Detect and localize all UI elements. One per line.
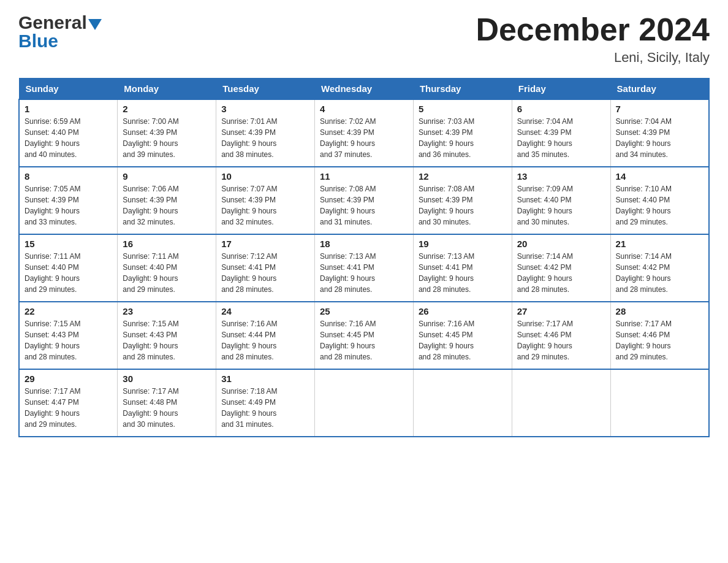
- day-cell: 28Sunrise: 7:17 AMSunset: 4:46 PMDayligh…: [610, 302, 709, 369]
- day-cell: 23Sunrise: 7:15 AMSunset: 4:43 PMDayligh…: [118, 302, 216, 369]
- day-cell: 13Sunrise: 7:09 AMSunset: 4:40 PMDayligh…: [512, 167, 610, 234]
- day-cell: 26Sunrise: 7:16 AMSunset: 4:45 PMDayligh…: [413, 302, 512, 369]
- day-info: Sunrise: 7:15 AMSunset: 4:43 PMDaylight:…: [25, 318, 112, 362]
- day-info: Sunrise: 7:10 AMSunset: 4:40 PMDaylight:…: [616, 183, 703, 228]
- day-number: 6: [517, 104, 605, 114]
- day-cell: [413, 369, 512, 437]
- day-number: 8: [25, 171, 112, 182]
- day-number: 1: [25, 104, 112, 114]
- day-info: Sunrise: 7:11 AMSunset: 4:40 PMDaylight:…: [25, 251, 112, 295]
- day-cell: 11Sunrise: 7:08 AMSunset: 4:39 PMDayligh…: [315, 167, 414, 234]
- day-number: 31: [221, 373, 309, 384]
- logo-triangle-icon: [88, 13, 102, 34]
- day-number: 13: [517, 171, 605, 182]
- day-number: 17: [221, 239, 309, 249]
- day-cell: 24Sunrise: 7:16 AMSunset: 4:44 PMDayligh…: [216, 302, 315, 369]
- day-number: 28: [616, 306, 703, 316]
- day-header-wednesday: Wednesday: [315, 79, 414, 100]
- day-info: Sunrise: 7:02 AMSunset: 4:39 PMDaylight:…: [320, 116, 408, 160]
- day-info: Sunrise: 7:08 AMSunset: 4:39 PMDaylight:…: [320, 183, 408, 228]
- day-number: 26: [419, 306, 507, 316]
- day-cell: 27Sunrise: 7:17 AMSunset: 4:46 PMDayligh…: [512, 302, 610, 369]
- day-cell: [512, 369, 610, 437]
- day-cell: 29Sunrise: 7:17 AMSunset: 4:47 PMDayligh…: [19, 369, 118, 437]
- day-info: Sunrise: 7:16 AMSunset: 4:45 PMDaylight:…: [320, 318, 408, 362]
- day-cell: 4Sunrise: 7:02 AMSunset: 4:39 PMDaylight…: [315, 99, 414, 167]
- page-header: General Blue December 2024 Leni, Sicily,…: [18, 12, 710, 66]
- day-header-friday: Friday: [512, 79, 610, 100]
- day-info: Sunrise: 6:59 AMSunset: 4:40 PMDaylight:…: [25, 116, 112, 160]
- day-info: Sunrise: 7:03 AMSunset: 4:39 PMDaylight:…: [419, 116, 507, 160]
- day-info: Sunrise: 7:08 AMSunset: 4:39 PMDaylight:…: [419, 183, 507, 228]
- day-number: 20: [517, 239, 605, 249]
- day-cell: 17Sunrise: 7:12 AMSunset: 4:41 PMDayligh…: [216, 234, 315, 302]
- day-number: 21: [616, 239, 703, 249]
- day-number: 16: [123, 239, 211, 249]
- location-subtitle: Leni, Sicily, Italy: [476, 50, 710, 66]
- day-info: Sunrise: 7:04 AMSunset: 4:39 PMDaylight:…: [616, 116, 703, 160]
- days-header-row: SundayMondayTuesdayWednesdayThursdayFrid…: [19, 79, 709, 100]
- week-row-5: 29Sunrise: 7:17 AMSunset: 4:47 PMDayligh…: [19, 369, 709, 437]
- day-info: Sunrise: 7:18 AMSunset: 4:49 PMDaylight:…: [221, 386, 309, 430]
- day-cell: 21Sunrise: 7:14 AMSunset: 4:42 PMDayligh…: [610, 234, 709, 302]
- day-cell: 10Sunrise: 7:07 AMSunset: 4:39 PMDayligh…: [216, 167, 315, 234]
- day-number: 19: [419, 239, 507, 249]
- day-cell: 1Sunrise: 6:59 AMSunset: 4:40 PMDaylight…: [19, 99, 118, 167]
- day-cell: 18Sunrise: 7:13 AMSunset: 4:41 PMDayligh…: [315, 234, 414, 302]
- day-number: 12: [419, 171, 507, 182]
- month-year-title: December 2024: [476, 12, 710, 47]
- day-header-tuesday: Tuesday: [216, 79, 315, 100]
- day-number: 15: [25, 239, 112, 249]
- day-info: Sunrise: 7:17 AMSunset: 4:48 PMDaylight:…: [123, 386, 211, 430]
- day-cell: 9Sunrise: 7:06 AMSunset: 4:39 PMDaylight…: [118, 167, 216, 234]
- day-cell: 16Sunrise: 7:11 AMSunset: 4:40 PMDayligh…: [118, 234, 216, 302]
- day-info: Sunrise: 7:12 AMSunset: 4:41 PMDaylight:…: [221, 251, 309, 295]
- day-cell: [610, 369, 709, 437]
- day-cell: 12Sunrise: 7:08 AMSunset: 4:39 PMDayligh…: [413, 167, 512, 234]
- day-info: Sunrise: 7:13 AMSunset: 4:41 PMDaylight:…: [419, 251, 507, 295]
- day-number: 4: [320, 104, 408, 114]
- day-info: Sunrise: 7:04 AMSunset: 4:39 PMDaylight:…: [517, 116, 605, 160]
- day-number: 23: [123, 306, 211, 316]
- day-cell: 6Sunrise: 7:04 AMSunset: 4:39 PMDaylight…: [512, 99, 610, 167]
- day-info: Sunrise: 7:16 AMSunset: 4:44 PMDaylight:…: [221, 318, 309, 362]
- day-info: Sunrise: 7:16 AMSunset: 4:45 PMDaylight:…: [419, 318, 507, 362]
- day-number: 2: [123, 104, 211, 114]
- day-info: Sunrise: 7:15 AMSunset: 4:43 PMDaylight:…: [123, 318, 211, 362]
- day-cell: 25Sunrise: 7:16 AMSunset: 4:45 PMDayligh…: [315, 302, 414, 369]
- day-number: 14: [616, 171, 703, 182]
- day-info: Sunrise: 7:14 AMSunset: 4:42 PMDaylight:…: [517, 251, 605, 295]
- day-info: Sunrise: 7:17 AMSunset: 4:46 PMDaylight:…: [616, 318, 703, 362]
- day-info: Sunrise: 7:11 AMSunset: 4:40 PMDaylight:…: [123, 251, 211, 295]
- logo: General Blue: [18, 12, 102, 52]
- week-row-2: 8Sunrise: 7:05 AMSunset: 4:39 PMDaylight…: [19, 167, 709, 234]
- day-info: Sunrise: 7:14 AMSunset: 4:42 PMDaylight:…: [616, 251, 703, 295]
- week-row-3: 15Sunrise: 7:11 AMSunset: 4:40 PMDayligh…: [19, 234, 709, 302]
- day-cell: 20Sunrise: 7:14 AMSunset: 4:42 PMDayligh…: [512, 234, 610, 302]
- day-cell: [315, 369, 414, 437]
- day-number: 27: [517, 306, 605, 316]
- day-cell: 14Sunrise: 7:10 AMSunset: 4:40 PMDayligh…: [610, 167, 709, 234]
- svg-marker-0: [88, 19, 102, 30]
- day-info: Sunrise: 7:05 AMSunset: 4:39 PMDaylight:…: [25, 183, 112, 228]
- day-cell: 5Sunrise: 7:03 AMSunset: 4:39 PMDaylight…: [413, 99, 512, 167]
- title-block: December 2024 Leni, Sicily, Italy: [476, 12, 710, 66]
- day-cell: 3Sunrise: 7:01 AMSunset: 4:39 PMDaylight…: [216, 99, 315, 167]
- week-row-1: 1Sunrise: 6:59 AMSunset: 4:40 PMDaylight…: [19, 99, 709, 167]
- day-number: 25: [320, 306, 408, 316]
- day-header-saturday: Saturday: [610, 79, 709, 100]
- day-number: 22: [25, 306, 112, 316]
- day-header-thursday: Thursday: [413, 79, 512, 100]
- day-number: 11: [320, 171, 408, 182]
- week-row-4: 22Sunrise: 7:15 AMSunset: 4:43 PMDayligh…: [19, 302, 709, 369]
- day-info: Sunrise: 7:17 AMSunset: 4:47 PMDaylight:…: [25, 386, 112, 430]
- day-cell: 22Sunrise: 7:15 AMSunset: 4:43 PMDayligh…: [19, 302, 118, 369]
- day-info: Sunrise: 7:09 AMSunset: 4:40 PMDaylight:…: [517, 183, 605, 228]
- day-number: 29: [25, 373, 112, 384]
- logo-general-text: General: [18, 12, 87, 33]
- day-info: Sunrise: 7:13 AMSunset: 4:41 PMDaylight:…: [320, 251, 408, 295]
- day-number: 3: [221, 104, 309, 114]
- day-cell: 15Sunrise: 7:11 AMSunset: 4:40 PMDayligh…: [19, 234, 118, 302]
- day-cell: 8Sunrise: 7:05 AMSunset: 4:39 PMDaylight…: [19, 167, 118, 234]
- day-number: 24: [221, 306, 309, 316]
